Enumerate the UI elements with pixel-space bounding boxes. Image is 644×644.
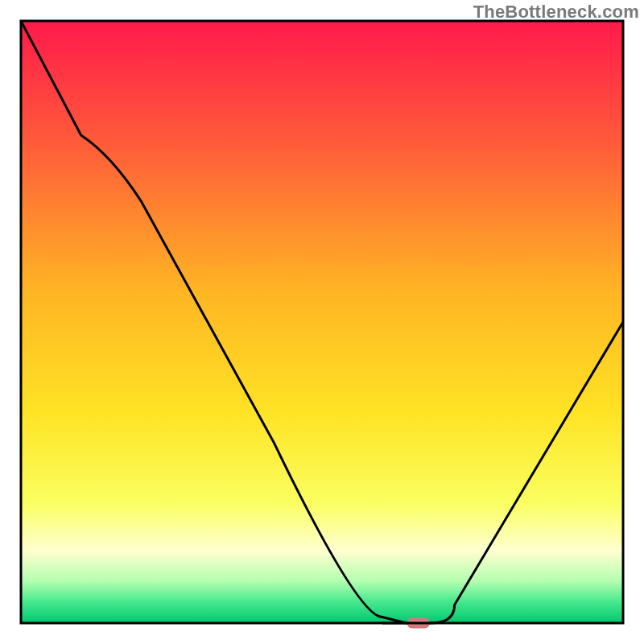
chart-stage: TheBottleneck.com [0,0,644,644]
bottleneck-chart [0,0,644,644]
plot-background [21,21,623,623]
watermark-label: TheBottleneck.com [473,2,639,23]
